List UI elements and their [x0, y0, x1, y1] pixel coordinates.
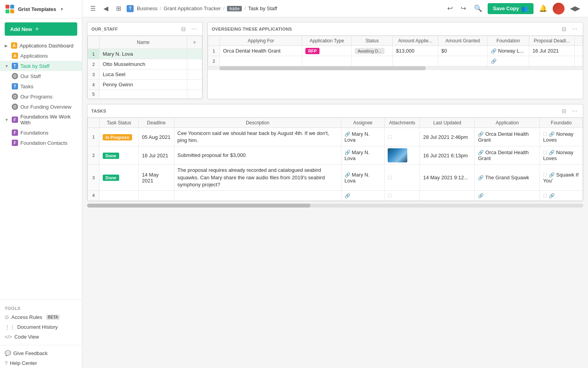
- sidebar-item-task-by-staff[interactable]: ▼ T Task by Staff: [0, 61, 82, 71]
- staff-name-5[interactable]: [100, 90, 187, 99]
- our-staff-more-btn[interactable]: ⋯: [190, 25, 198, 33]
- staff-row-5[interactable]: 5: [88, 90, 202, 99]
- staff-row-2[interactable]: 2 Otto Musselmunch: [88, 59, 202, 69]
- staff-name-2[interactable]: Otto Musselmunch: [100, 59, 187, 69]
- app-type-header[interactable]: Application Type: [302, 36, 352, 46]
- amount-granted-header[interactable]: Amount Granted: [438, 36, 487, 46]
- name-col-header[interactable]: Name: [100, 36, 187, 49]
- add-column-btn[interactable]: +: [191, 38, 199, 47]
- staff-row-3[interactable]: 3 Luca Seel: [88, 69, 202, 80]
- task-attach-header[interactable]: Attachments: [385, 118, 420, 128]
- fnd-name-1[interactable]: Norway Loves: [543, 131, 573, 143]
- task-updated-1[interactable]: 28 Jul 2021 2:46pm: [420, 128, 475, 146]
- sidebar-item-applications-dashboard[interactable]: ▶ A Applications Dashboard: [0, 40, 82, 51]
- fnd-name-2[interactable]: Norway Loves: [543, 149, 573, 161]
- task-deadline-header[interactable]: Deadline: [139, 118, 174, 128]
- top-scrollbar[interactable]: [208, 66, 583, 70]
- task-row-2[interactable]: 2 Done 16 Jul 2021 Submitted proposal fo…: [88, 146, 583, 165]
- overseeing-more-btn[interactable]: ⋯: [570, 25, 579, 33]
- sidebar-item-our-funding[interactable]: O Our Funding Overview: [0, 102, 82, 112]
- sidebar-item-our-programs[interactable]: O Our Programs: [0, 91, 82, 102]
- overseeing-filter-btn[interactable]: ⊟: [560, 25, 568, 33]
- task-updated-header[interactable]: Last Updated: [420, 118, 475, 128]
- add-new-button[interactable]: Add New +: [5, 22, 77, 36]
- amount-applied-header[interactable]: Amount Applie...: [393, 36, 438, 46]
- applying-for-header[interactable]: Applying For: [220, 36, 302, 46]
- app-name-1[interactable]: Orca Dental Health Grant: [478, 131, 528, 143]
- collapse-btn[interactable]: ◀▶: [568, 3, 583, 14]
- staff-name-3[interactable]: Luca Seel: [100, 69, 187, 80]
- breadcrumb-sep-2: /: [223, 5, 225, 11]
- breadcrumb-business[interactable]: Business: [137, 5, 158, 11]
- add-col-header[interactable]: +: [187, 36, 202, 49]
- task-row-3[interactable]: 3 Done 14 May 2021 The proposal requires…: [88, 165, 583, 191]
- task-foundation-header[interactable]: Foundatio: [540, 118, 583, 128]
- status-header[interactable]: Status: [352, 36, 393, 46]
- app-foundation-name-1[interactable]: Norway L...: [498, 48, 524, 54]
- sidebar-item-applications[interactable]: A Applications: [0, 51, 82, 61]
- sidebar-item-our-staff[interactable]: O Our Staff: [0, 71, 82, 81]
- save-copy-button[interactable]: Save Copy 👥: [488, 3, 534, 14]
- sidebar-item-foundations[interactable]: F Foundations: [0, 128, 82, 138]
- deadline-header[interactable]: Proposal Deadl...: [529, 36, 575, 46]
- task-desc-header[interactable]: Description: [174, 118, 341, 128]
- task-deadline-2[interactable]: 16 Jul 2021: [139, 146, 174, 165]
- tasks-table-container[interactable]: Task Status Deadline Description Assigne…: [87, 118, 583, 201]
- fnd-link-3: 🔗: [549, 172, 555, 178]
- breadcrumb-tag[interactable]: fiddle: [227, 6, 242, 11]
- app-applying-for-1[interactable]: Orca Dental Health Grant: [220, 46, 302, 56]
- sidebar-item-access-rules[interactable]: ⊙ Access Rules BETA: [0, 312, 82, 322]
- workspace-header[interactable]: Grist Templates ▾: [0, 0, 82, 18]
- undo-btn[interactable]: ↩: [445, 3, 455, 14]
- staff-row-4[interactable]: 4 Penny Gwinn: [88, 80, 202, 90]
- beta-badge: BETA: [46, 315, 60, 320]
- app-name-3[interactable]: The Grand Squawk: [485, 175, 529, 180]
- back-btn[interactable]: ◀: [101, 3, 111, 14]
- task-updated-3[interactable]: 14 May 2021 9:12...: [420, 165, 475, 191]
- breadcrumb-tracker[interactable]: Grant Application Tracker: [163, 5, 221, 11]
- app-name-2[interactable]: Orca Dental Health Grant: [478, 149, 528, 161]
- staff-name-4[interactable]: Penny Gwinn: [100, 80, 187, 90]
- app-row-2[interactable]: 2 🔗: [208, 56, 583, 66]
- app-amount-granted-1[interactable]: $0: [438, 46, 487, 56]
- sidebar-item-tasks[interactable]: T Tasks: [0, 81, 82, 91]
- app-deadline-1[interactable]: 16 Jul 2021: [529, 46, 575, 56]
- sidebar-toggle-btn[interactable]: ☰: [88, 3, 98, 14]
- sidebar-item-foundations-group[interactable]: ▼ F Foundations We Work With: [0, 112, 82, 128]
- task-row-1[interactable]: 1 In Progress 05 Aug 2021 Cee Yoonicorn …: [88, 128, 583, 146]
- task-application-2: 🔗 Orca Dental Health Grant: [475, 146, 540, 165]
- tasks-filter-btn[interactable]: ⊟: [560, 107, 568, 115]
- sidebar-item-document-history[interactable]: ⋮⋮ Document History: [0, 322, 82, 332]
- redo-btn[interactable]: ↪: [458, 3, 468, 14]
- task-status-header[interactable]: Task Status: [100, 118, 139, 128]
- search-btn[interactable]: 🔍: [472, 3, 485, 14]
- notification-btn[interactable]: 🔔: [537, 3, 550, 14]
- app-row-1[interactable]: 1 Orca Dental Health Grant RFP Awaiting …: [208, 46, 583, 56]
- task-assignee-header[interactable]: Assignee: [341, 118, 385, 128]
- app-row-num-2: 2: [208, 56, 220, 66]
- sidebar-item-foundation-contacts[interactable]: F Foundation Contacts: [0, 138, 82, 148]
- task-application-header[interactable]: Application: [475, 118, 540, 128]
- staff-name-1[interactable]: Mary N. Lova: [100, 49, 187, 59]
- tasks-more-btn[interactable]: ⋯: [570, 107, 579, 115]
- sidebar-item-give-feedback[interactable]: 💬 Give Feedback: [0, 348, 82, 358]
- applications-label: Applications: [20, 53, 48, 59]
- staff-row-1[interactable]: 1 Mary N. Lova: [88, 49, 202, 59]
- user-avatar[interactable]: [553, 3, 564, 15]
- task-row-4[interactable]: 4 🔗 ☐: [88, 190, 583, 200]
- our-staff-filter-btn[interactable]: ⊟: [180, 25, 187, 33]
- sidebar-item-code-view[interactable]: </> Code View: [0, 332, 82, 342]
- app-applying-for-2[interactable]: [220, 56, 302, 66]
- grid-view-btn[interactable]: ⊞: [114, 3, 123, 14]
- overseeing-table-container[interactable]: Applying For Application Type Status Amo…: [208, 36, 583, 66]
- foundation-header[interactable]: Foundation: [487, 36, 529, 46]
- sidebar-item-help-center[interactable]: ? Help Center: [0, 358, 82, 368]
- task-deadline-3[interactable]: 14 May 2021: [139, 165, 174, 191]
- app-amount-applied-1[interactable]: $13,000: [393, 46, 438, 56]
- overseeing-table: Applying For Application Type Status Amo…: [208, 36, 583, 66]
- task-deadline-1[interactable]: 05 Aug 2021: [139, 128, 174, 146]
- bottom-scrollbar[interactable]: [87, 204, 583, 208]
- bottom-scrollbar-container[interactable]: [82, 204, 588, 209]
- task-updated-2[interactable]: 16 Jul 2021 6:13pm: [420, 146, 475, 165]
- task-status-2: Done: [100, 146, 139, 165]
